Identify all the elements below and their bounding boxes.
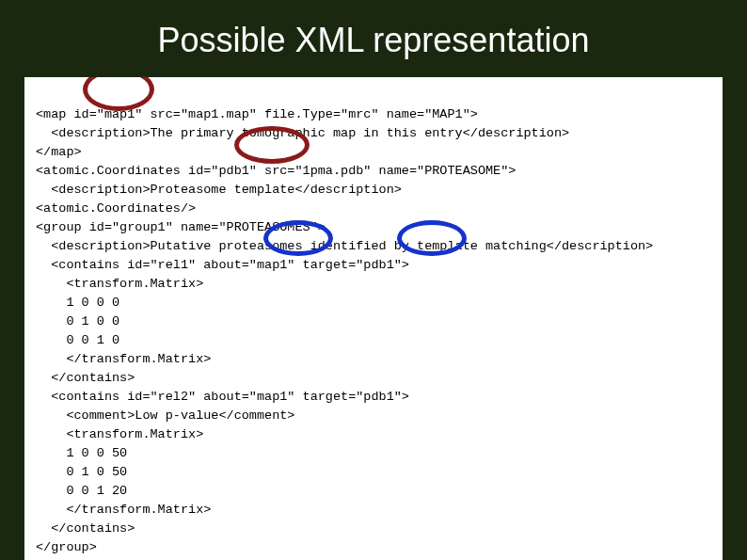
code-line: <atomic.Coordinates id="pdb1" src="1pma.… xyxy=(36,164,516,178)
code-line: <description>Putative proteasomes identi… xyxy=(36,239,653,253)
slide-title: Possible XML representation xyxy=(0,0,747,77)
code-line: </group> xyxy=(36,540,97,554)
code-line: <map id="map1" src="map1.map" file.Type=… xyxy=(36,107,478,121)
code-line: <group id="group1" name="PROTEASOMES"> xyxy=(36,220,326,234)
code-line: 0 1 0 50 xyxy=(36,465,127,479)
slide: Possible XML representation <map id="map… xyxy=(0,0,747,560)
code-line: <atomic.Coordinates/> xyxy=(36,201,196,216)
code-line: <description>Proteasome template</descri… xyxy=(36,183,402,197)
code-line: <transform.Matrix> xyxy=(36,277,203,291)
code-line: </transform.Matrix> xyxy=(36,352,211,366)
code-line: </contains> xyxy=(36,371,135,385)
code-line: </contains> xyxy=(36,521,135,536)
code-line: <comment>Low p-value</comment> xyxy=(36,408,294,423)
code-line: <description>The primary tomographic map… xyxy=(36,126,569,140)
highlight-oval-red-map1 xyxy=(83,77,154,111)
code-line: <transform.Matrix> xyxy=(36,427,203,441)
code-line: 1 0 0 0 xyxy=(36,296,119,310)
code-line: 0 0 1 0 xyxy=(36,333,119,347)
code-line: <contains id="rel1" about="map1" target=… xyxy=(36,258,409,272)
code-line: 1 0 0 50 xyxy=(36,446,127,460)
code-line: </map> xyxy=(36,145,82,159)
code-line: 0 1 0 0 xyxy=(36,314,119,328)
code-line: 0 0 1 20 xyxy=(36,484,127,498)
code-line: </transform.Matrix> xyxy=(36,503,211,517)
xml-code-block: <map id="map1" src="map1.map" file.Type=… xyxy=(24,77,723,560)
code-line: <contains id="rel2" about="map1" target=… xyxy=(36,390,409,404)
